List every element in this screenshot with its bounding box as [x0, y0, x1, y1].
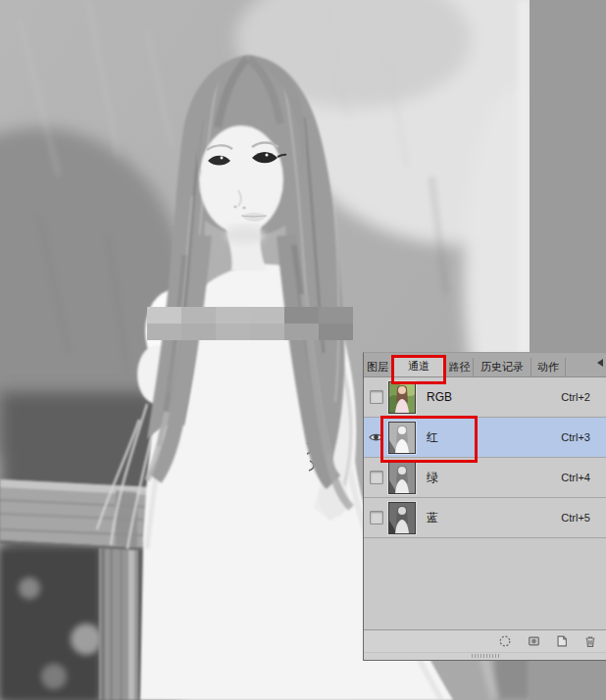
censor-block: [250, 307, 284, 324]
tab-label: 历史记录: [480, 361, 524, 373]
panel-tab-bar: 图层 通道 路径 历史记录 动作: [364, 353, 606, 377]
tab-label: 图层: [367, 361, 388, 373]
mask-square-icon: [527, 634, 541, 648]
visibility-toggle[interactable]: [364, 390, 388, 404]
channel-name: 绿: [427, 470, 561, 486]
delete-channel-button[interactable]: [582, 633, 598, 649]
censor-block: [319, 324, 353, 340]
panel-empty-area: [364, 538, 606, 629]
visibility-toggle[interactable]: [364, 432, 388, 442]
tab-channels[interactable]: 通道: [392, 355, 446, 376]
channel-shortcut: Ctrl+4: [561, 472, 590, 483]
channel-row-red[interactable]: 红 Ctrl+3: [364, 418, 606, 458]
eye-icon: [369, 432, 383, 442]
new-channel-button[interactable]: [554, 633, 570, 649]
channel-name: 红: [427, 429, 561, 446]
channel-row-rgb[interactable]: RGB Ctrl+2: [364, 377, 606, 418]
channel-shortcut: Ctrl+2: [561, 391, 590, 403]
load-selection-button[interactable]: [497, 633, 513, 649]
channel-row-green[interactable]: 绿 Ctrl+4: [364, 458, 606, 498]
channel-row-blue[interactable]: 蓝 Ctrl+5: [364, 498, 606, 538]
tab-label: 通道: [408, 360, 429, 372]
visibility-toggle[interactable]: [364, 471, 388, 484]
visibility-toggle[interactable]: [364, 511, 388, 525]
new-page-icon: [555, 634, 569, 648]
channel-thumbnail-blue: [388, 502, 416, 534]
tab-layers[interactable]: 图层: [364, 358, 392, 376]
censor-block: [181, 307, 216, 324]
tab-history[interactable]: 历史记录: [474, 358, 531, 376]
censor-block: [284, 324, 319, 340]
channel-thumbnail-rgb: [388, 381, 416, 414]
channel-thumbnail-red: [388, 422, 416, 454]
trash-icon: [583, 634, 597, 649]
censor-block: [216, 307, 250, 324]
censor-block: [284, 307, 319, 324]
tab-paths[interactable]: 路径: [446, 358, 474, 376]
tab-label: 路径: [449, 361, 471, 373]
censor-block: [216, 324, 250, 340]
screenshot-root: 图层 通道 路径 历史记录 动作 RGB: [0, 0, 606, 700]
channels-panel: 图层 通道 路径 历史记录 动作 RGB: [363, 352, 606, 661]
channel-thumbnail-green: [388, 462, 416, 494]
panel-collapse-arrow-icon[interactable]: [597, 359, 603, 367]
channel-name: 蓝: [427, 510, 561, 526]
visibility-checkbox[interactable]: [370, 390, 383, 404]
channel-shortcut: Ctrl+3: [561, 431, 590, 443]
panel-footer: [364, 629, 606, 652]
censor-mosaic: [147, 307, 353, 340]
dashed-circle-icon: [498, 634, 512, 648]
save-selection-as-channel-button[interactable]: [526, 633, 541, 649]
visibility-checkbox[interactable]: [370, 511, 383, 525]
censor-block: [319, 307, 353, 324]
visibility-checkbox[interactable]: [370, 471, 383, 484]
panel-resize-grip[interactable]: [364, 652, 606, 660]
tab-actions[interactable]: 动作: [531, 358, 566, 376]
censor-block: [181, 324, 216, 340]
channel-name: RGB: [427, 390, 561, 404]
censor-block: [147, 307, 181, 324]
tab-label: 动作: [537, 361, 559, 373]
channel-shortcut: Ctrl+5: [561, 512, 590, 524]
censor-block: [147, 324, 181, 340]
censor-block: [250, 324, 284, 340]
